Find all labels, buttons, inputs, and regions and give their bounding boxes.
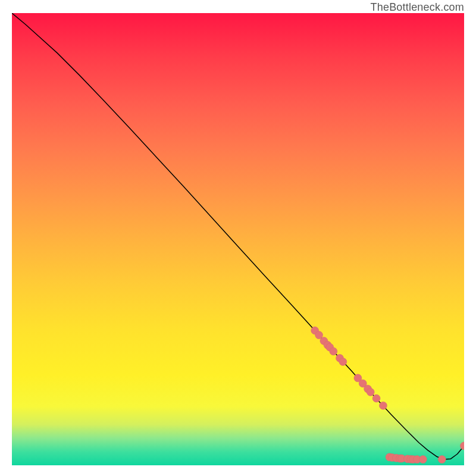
plot-area — [12, 13, 464, 465]
data-point — [330, 347, 337, 355]
data-point — [379, 402, 387, 409]
data-point — [419, 456, 427, 464]
data-points — [311, 327, 464, 464]
watermark-text: TheBottleneck.com — [371, 1, 464, 14]
data-point — [339, 358, 347, 365]
chart-overlay — [12, 13, 464, 465]
data-point — [461, 442, 465, 450]
data-point — [372, 394, 380, 402]
data-point — [438, 456, 446, 464]
data-point — [367, 388, 374, 396]
bottleneck-curve — [12, 13, 464, 459]
